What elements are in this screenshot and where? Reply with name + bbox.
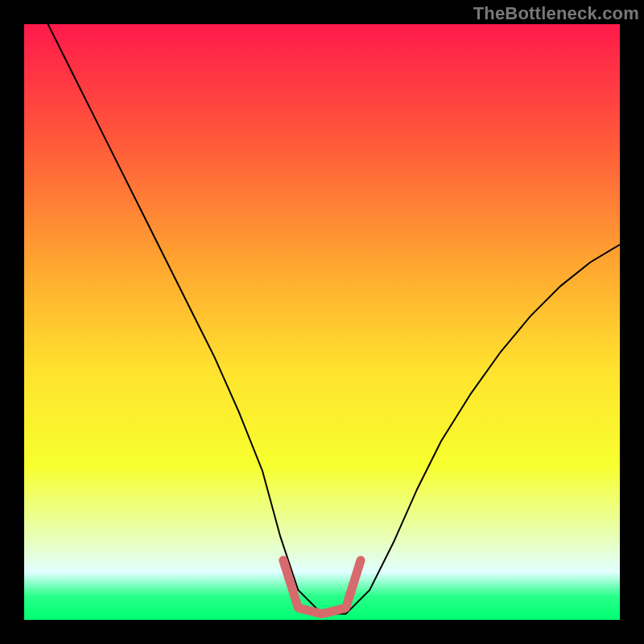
watermark-label: TheBottleneck.com xyxy=(473,3,639,24)
gradient-background xyxy=(24,24,620,620)
chart-svg xyxy=(24,24,620,620)
plot-area xyxy=(24,24,620,620)
chart-frame: TheBottleneck.com xyxy=(0,0,644,644)
